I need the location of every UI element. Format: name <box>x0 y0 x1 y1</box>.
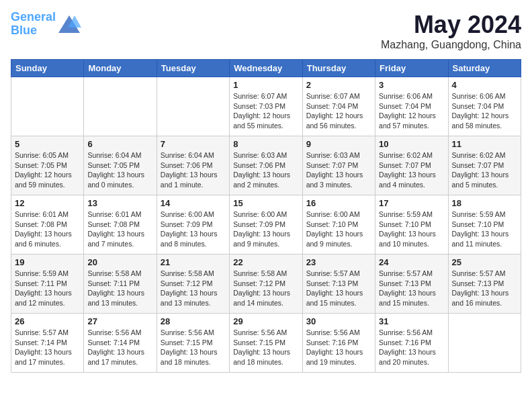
day-info: Sunrise: 6:02 AMSunset: 7:07 PMDaylight:… <box>452 150 517 190</box>
day-info: Sunrise: 6:02 AMSunset: 7:07 PMDaylight:… <box>379 150 444 190</box>
day-number: 5 <box>15 139 80 149</box>
week-row-2: 5Sunrise: 6:05 AMSunset: 7:05 PMDaylight… <box>11 136 521 195</box>
day-number: 2 <box>306 80 371 90</box>
title-block: May 2024 Mazhang, Guangdong, China <box>381 11 521 51</box>
calendar-cell: 27Sunrise: 5:56 AMSunset: 7:14 PMDayligh… <box>84 314 157 373</box>
day-number: 8 <box>233 139 298 149</box>
calendar-cell: 9Sunrise: 6:03 AMSunset: 7:07 PMDaylight… <box>302 136 375 195</box>
day-info: Sunrise: 5:56 AMSunset: 7:15 PMDaylight:… <box>233 328 298 367</box>
day-number: 27 <box>87 316 152 326</box>
calendar-cell: 10Sunrise: 6:02 AMSunset: 7:07 PMDayligh… <box>375 136 448 195</box>
logo-line1: General <box>11 10 56 24</box>
calendar-cell: 26Sunrise: 5:57 AMSunset: 7:14 PMDayligh… <box>11 314 84 373</box>
calendar-cell: 14Sunrise: 6:00 AMSunset: 7:09 PMDayligh… <box>157 195 229 255</box>
weekday-header-thursday: Thursday <box>302 60 375 77</box>
calendar-cell: 4Sunrise: 6:06 AMSunset: 7:04 PMDaylight… <box>448 77 521 136</box>
day-info: Sunrise: 6:00 AMSunset: 7:09 PMDaylight:… <box>161 210 226 249</box>
logo-icon <box>57 14 81 34</box>
day-number: 7 <box>161 139 226 149</box>
day-info: Sunrise: 6:00 AMSunset: 7:09 PMDaylight:… <box>233 210 298 249</box>
calendar-cell: 16Sunrise: 6:00 AMSunset: 7:10 PMDayligh… <box>302 195 375 255</box>
calendar-cell: 19Sunrise: 5:59 AMSunset: 7:11 PMDayligh… <box>11 255 84 314</box>
calendar-cell: 7Sunrise: 6:04 AMSunset: 7:06 PMDaylight… <box>157 136 229 195</box>
calendar-table: SundayMondayTuesdayWednesdayThursdayFrid… <box>11 59 521 373</box>
day-info: Sunrise: 6:07 AMSunset: 7:03 PMDaylight:… <box>233 91 298 131</box>
day-number: 11 <box>452 139 517 149</box>
page-header: General Blue May 2024 Mazhang, Guangdong… <box>11 11 521 51</box>
day-info: Sunrise: 5:56 AMSunset: 7:15 PMDaylight:… <box>161 328 226 367</box>
calendar-cell <box>448 314 521 373</box>
day-info: Sunrise: 5:57 AMSunset: 7:14 PMDaylight:… <box>15 328 80 367</box>
week-row-4: 19Sunrise: 5:59 AMSunset: 7:11 PMDayligh… <box>11 255 521 314</box>
day-number: 30 <box>306 316 371 326</box>
calendar-cell: 30Sunrise: 5:56 AMSunset: 7:16 PMDayligh… <box>302 314 375 373</box>
calendar-cell: 13Sunrise: 6:01 AMSunset: 7:08 PMDayligh… <box>84 195 157 255</box>
day-number: 24 <box>379 257 444 267</box>
day-number: 12 <box>15 198 80 208</box>
logo-text: General Blue <box>11 11 56 38</box>
calendar-cell: 8Sunrise: 6:03 AMSunset: 7:06 PMDaylight… <box>230 136 302 195</box>
day-number: 22 <box>233 257 298 267</box>
calendar-cell: 15Sunrise: 6:00 AMSunset: 7:09 PMDayligh… <box>230 195 302 255</box>
week-row-5: 26Sunrise: 5:57 AMSunset: 7:14 PMDayligh… <box>11 314 521 373</box>
calendar-cell <box>84 77 157 136</box>
day-info: Sunrise: 6:01 AMSunset: 7:08 PMDaylight:… <box>15 210 80 249</box>
calendar-cell: 31Sunrise: 5:56 AMSunset: 7:16 PMDayligh… <box>375 314 448 373</box>
subtitle: Mazhang, Guangdong, China <box>381 39 521 51</box>
day-info: Sunrise: 6:00 AMSunset: 7:10 PMDaylight:… <box>306 210 371 249</box>
calendar-cell: 3Sunrise: 6:06 AMSunset: 7:04 PMDaylight… <box>375 77 448 136</box>
calendar-cell <box>11 77 84 136</box>
calendar-cell: 28Sunrise: 5:56 AMSunset: 7:15 PMDayligh… <box>157 314 229 373</box>
calendar-cell: 25Sunrise: 5:57 AMSunset: 7:13 PMDayligh… <box>448 255 521 314</box>
logo-line2: Blue <box>11 24 37 37</box>
day-number: 14 <box>161 198 226 208</box>
day-number: 20 <box>87 257 152 267</box>
calendar-cell: 20Sunrise: 5:58 AMSunset: 7:11 PMDayligh… <box>84 255 157 314</box>
calendar-cell: 2Sunrise: 6:07 AMSunset: 7:04 PMDaylight… <box>302 77 375 136</box>
main-title: May 2024 <box>381 11 521 39</box>
day-number: 29 <box>233 316 298 326</box>
calendar-cell: 1Sunrise: 6:07 AMSunset: 7:03 PMDaylight… <box>230 77 302 136</box>
calendar-cell: 21Sunrise: 5:58 AMSunset: 7:12 PMDayligh… <box>157 255 229 314</box>
day-info: Sunrise: 6:03 AMSunset: 7:07 PMDaylight:… <box>306 150 371 190</box>
calendar-cell: 5Sunrise: 6:05 AMSunset: 7:05 PMDaylight… <box>11 136 84 195</box>
day-number: 25 <box>452 257 517 267</box>
day-info: Sunrise: 5:58 AMSunset: 7:11 PMDaylight:… <box>87 269 152 308</box>
weekday-header-friday: Friday <box>375 60 448 77</box>
day-info: Sunrise: 6:01 AMSunset: 7:08 PMDaylight:… <box>87 210 152 249</box>
calendar-cell: 23Sunrise: 5:57 AMSunset: 7:13 PMDayligh… <box>302 255 375 314</box>
calendar-cell: 17Sunrise: 5:59 AMSunset: 7:10 PMDayligh… <box>375 195 448 255</box>
day-number: 18 <box>452 198 517 208</box>
logo: General Blue <box>11 11 81 38</box>
calendar-cell: 29Sunrise: 5:56 AMSunset: 7:15 PMDayligh… <box>230 314 302 373</box>
calendar-cell: 18Sunrise: 5:59 AMSunset: 7:10 PMDayligh… <box>448 195 521 255</box>
day-number: 15 <box>233 198 298 208</box>
day-info: Sunrise: 5:56 AMSunset: 7:16 PMDaylight:… <box>306 328 371 367</box>
day-number: 1 <box>233 80 298 90</box>
day-number: 28 <box>161 316 226 326</box>
day-number: 23 <box>306 257 371 267</box>
day-info: Sunrise: 5:59 AMSunset: 7:11 PMDaylight:… <box>15 269 80 308</box>
calendar-cell: 12Sunrise: 6:01 AMSunset: 7:08 PMDayligh… <box>11 195 84 255</box>
day-number: 21 <box>161 257 226 267</box>
day-number: 6 <box>87 139 152 149</box>
weekday-header-sunday: Sunday <box>11 60 84 77</box>
week-row-3: 12Sunrise: 6:01 AMSunset: 7:08 PMDayligh… <box>11 195 521 255</box>
weekday-header-row: SundayMondayTuesdayWednesdayThursdayFrid… <box>11 60 521 77</box>
day-info: Sunrise: 5:58 AMSunset: 7:12 PMDaylight:… <box>233 269 298 308</box>
day-info: Sunrise: 5:59 AMSunset: 7:10 PMDaylight:… <box>379 210 444 249</box>
calendar-cell: 6Sunrise: 6:04 AMSunset: 7:05 PMDaylight… <box>84 136 157 195</box>
day-info: Sunrise: 6:07 AMSunset: 7:04 PMDaylight:… <box>306 91 371 131</box>
day-info: Sunrise: 5:57 AMSunset: 7:13 PMDaylight:… <box>379 269 444 308</box>
day-info: Sunrise: 5:59 AMSunset: 7:10 PMDaylight:… <box>452 210 517 249</box>
day-info: Sunrise: 6:06 AMSunset: 7:04 PMDaylight:… <box>452 91 517 131</box>
calendar-cell <box>157 77 229 136</box>
day-info: Sunrise: 5:56 AMSunset: 7:16 PMDaylight:… <box>379 328 444 367</box>
week-row-1: 1Sunrise: 6:07 AMSunset: 7:03 PMDaylight… <box>11 77 521 136</box>
day-number: 31 <box>379 316 444 326</box>
day-number: 3 <box>379 80 444 90</box>
calendar-cell: 22Sunrise: 5:58 AMSunset: 7:12 PMDayligh… <box>230 255 302 314</box>
day-number: 17 <box>379 198 444 208</box>
day-info: Sunrise: 5:58 AMSunset: 7:12 PMDaylight:… <box>161 269 226 308</box>
day-number: 9 <box>306 139 371 149</box>
